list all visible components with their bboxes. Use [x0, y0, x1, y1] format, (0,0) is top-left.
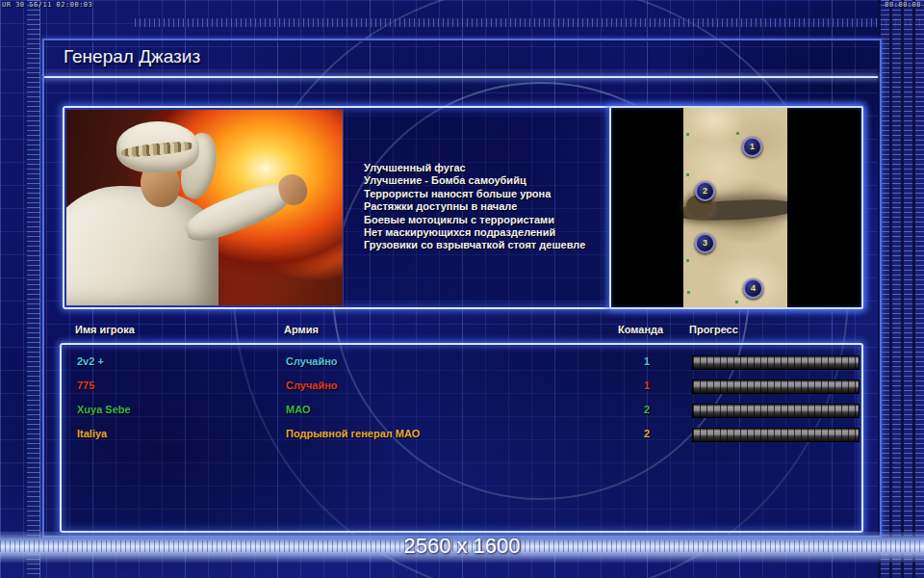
map-unit-dot: [686, 173, 689, 176]
map-unit-dot: [735, 301, 738, 303]
player-row: 775 Случайно 1: [62, 375, 858, 399]
player-table-header: Имя игрока Армия Команда Прогресс: [0, 324, 924, 339]
player-team: 1: [628, 355, 666, 367]
ability-item: Растяжки доступны в начале: [364, 200, 606, 213]
ruler-left: [27, 0, 40, 578]
footer-band: 2560 x 1600: [0, 531, 924, 564]
player-row: Xuya Sebe МАО 2: [62, 399, 858, 423]
map-preview: 1 2 3 4: [609, 106, 863, 309]
ruler-right: [878, 0, 924, 578]
game-timer-text: 00:00:00: [885, 1, 921, 9]
map-unit-dot: [686, 133, 689, 136]
player-army: Подрывной генерал МАО: [286, 428, 420, 439]
start-position-marker: 3: [695, 233, 715, 253]
ruler-top: [135, 18, 924, 27]
load-progress-bar: [692, 355, 860, 370]
player-team: 2: [628, 428, 666, 439]
player-army: Случайно: [286, 355, 338, 367]
player-name: Italiya: [77, 428, 107, 439]
player-army: МАО: [286, 404, 311, 415]
ability-item: Террористы наносят больше урона: [364, 188, 606, 200]
load-progress-bar: [692, 380, 860, 394]
ability-item: Грузовики со взрывчаткой стоят дешевле: [364, 239, 606, 251]
ability-item: Боевые мотоциклы с террористами: [364, 214, 606, 226]
header-progress: Прогресс: [689, 324, 738, 335]
player-team: 2: [628, 404, 666, 415]
player-name: Xuya Sebe: [77, 404, 131, 415]
resolution-text: 2560 x 1600: [0, 534, 924, 559]
start-position-marker: 4: [743, 278, 763, 299]
ability-item: Улучшение - Бомба самоубийц: [364, 174, 606, 187]
player-row: 2v2 + Случайно 1: [62, 351, 858, 375]
load-progress-bar: [692, 404, 860, 418]
ability-item: Улучшенный фугас: [364, 162, 606, 174]
start-position-marker: 1: [742, 137, 762, 157]
header-team: Команда: [618, 324, 663, 335]
player-name: 2v2 +: [77, 355, 104, 367]
map-unit-dot: [736, 132, 739, 135]
header-player-name: Имя игрока: [75, 324, 135, 335]
player-army: Случайно: [286, 380, 338, 391]
portrait-robe: [65, 186, 218, 306]
network-stats-text: UR 30 56/11 02:00:03: [2, 1, 92, 9]
abilities-list: Улучшенный фугас Улучшение - Бомба самоу…: [364, 162, 606, 252]
general-portrait: [65, 109, 344, 306]
title-divider: [44, 76, 878, 78]
player-row: Italiya Подрывной генерал МАО 2: [62, 423, 858, 447]
header-army: Армия: [284, 324, 319, 335]
start-position-marker: 2: [695, 181, 715, 201]
player-name: 775: [77, 380, 94, 391]
player-team: 1: [628, 380, 666, 391]
map-unit-dot: [687, 291, 690, 294]
general-title: Генерал Джазиз: [64, 46, 200, 67]
player-list-panel: 2v2 + Случайно 1 775 Случайно 1 Xuya Seb…: [60, 343, 863, 533]
load-progress-bar: [692, 428, 860, 442]
loading-screen: UR 30 56/11 02:00:03 00:00:00 Генерал Дж…: [0, 0, 924, 578]
map-unit-dot: [686, 259, 689, 262]
ability-item: Нет маскирующихся подразделений: [364, 226, 606, 239]
